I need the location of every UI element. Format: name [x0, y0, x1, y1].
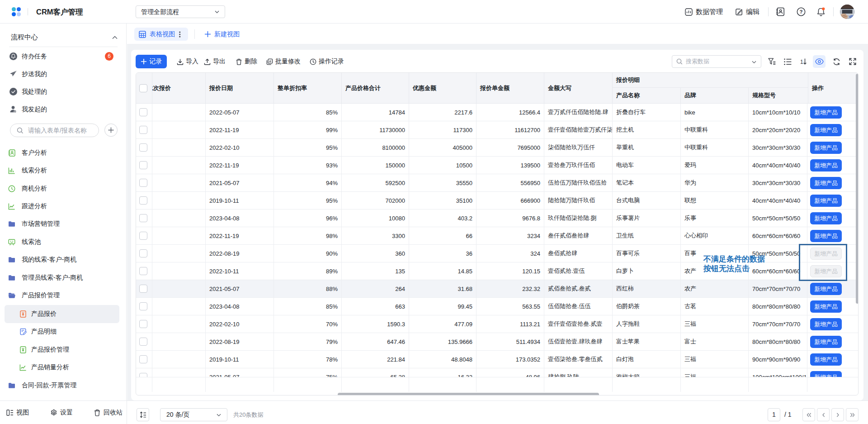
svg-text:?: ? [799, 9, 802, 14]
svg-text:1: 1 [800, 59, 803, 65]
